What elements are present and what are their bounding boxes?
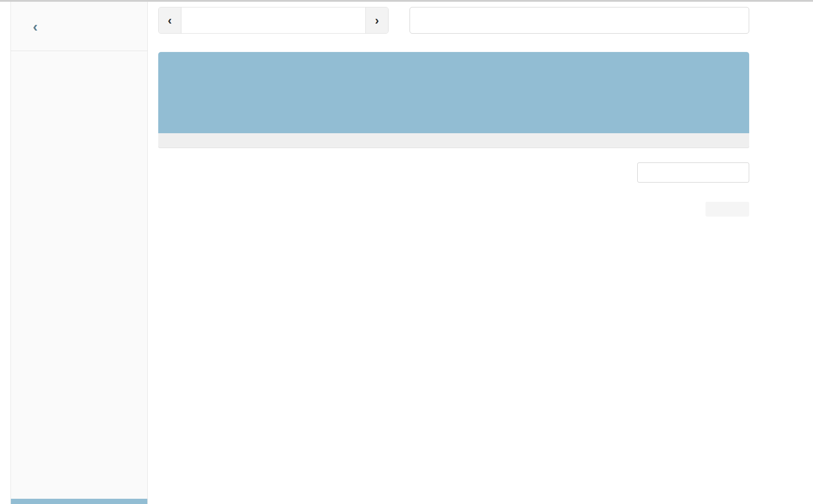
sidebar-header: ‹ (11, 2, 147, 51)
chevron-left-icon: ‹ (33, 18, 38, 35)
calendar-icon (194, 14, 207, 27)
table-footer (158, 202, 749, 217)
main-content: ‹ › (158, 0, 749, 217)
pagination (705, 202, 749, 217)
divider (11, 51, 147, 51)
back-button[interactable]: ‹ (33, 19, 44, 34)
date-range-nav: ‹ › (158, 7, 389, 34)
filter-box (410, 7, 749, 34)
horizontal-scrollbar-thumb[interactable] (11, 499, 147, 504)
sidebar: ‹ (10, 2, 148, 504)
search-row (158, 162, 749, 183)
toolbar: ‹ › (158, 7, 749, 34)
funnel-icon (426, 15, 436, 26)
stats-counts (158, 52, 749, 133)
filter-input[interactable] (443, 15, 749, 26)
stats-summary (158, 52, 749, 148)
date-range-field[interactable] (181, 7, 365, 33)
next-period-button[interactable]: › (365, 7, 388, 33)
previous-period-button[interactable]: ‹ (159, 7, 181, 33)
stats-date-ranges (158, 133, 749, 148)
search-input[interactable] (637, 162, 749, 183)
